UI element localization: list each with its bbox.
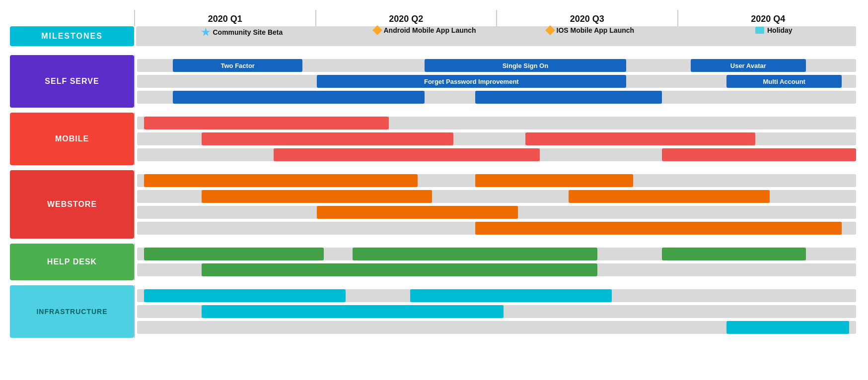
bar-webstore-1a [144, 174, 417, 187]
milestone-item-1: ★ Community Site Beta [201, 26, 283, 38]
bar-helpdesk-1b [353, 248, 597, 260]
group-mobile: MOBILE [10, 113, 858, 165]
label-helpdesk: HELP DESK [10, 244, 134, 280]
group-self-serve: SELF SERVE Two Factor Single Sign On Use… [10, 55, 858, 108]
bar-webstore-1b [475, 174, 634, 187]
track-webstore-2 [137, 190, 856, 203]
bar-forget-password: Forget Password Improvement [317, 75, 626, 88]
bar-mobile-3b [662, 148, 856, 161]
bar-helpdesk-1a [144, 248, 324, 260]
tracks-mobile [134, 113, 858, 165]
bar-mobile-2b [525, 132, 755, 145]
bar-webstore-4a [475, 222, 842, 235]
label-mobile: MOBILE [10, 113, 134, 165]
quarter-q2: 2020 Q2 [315, 10, 497, 26]
bar-infra-1b [410, 289, 611, 302]
tracks-infrastructure [134, 285, 858, 338]
bar-mobile-1a [144, 117, 388, 129]
milestone-item-2: Android Mobile App Launch [374, 26, 476, 34]
gantt-chart: 2020 Q1 2020 Q2 2020 Q3 2020 Q4 MILESTON… [10, 10, 858, 338]
label-infrastructure: INFRASTRUCTURE [10, 285, 134, 338]
bar-self-serve-3b [475, 91, 662, 104]
bar-webstore-3a [317, 206, 518, 219]
milestone-text-4: Holiday [767, 26, 793, 34]
bar-infra-3a [726, 321, 849, 334]
bar-infra-1a [144, 289, 345, 302]
bar-multi-account: Multi Account [726, 75, 842, 88]
bar-infra-2a [202, 305, 504, 318]
tracks-helpdesk [134, 244, 858, 280]
rect-icon [755, 27, 764, 34]
bar-mobile-3a [274, 148, 540, 161]
milestone-text-2: Android Mobile App Launch [384, 26, 476, 34]
milestone-text-1: Community Site Beta [213, 28, 283, 36]
track-webstore-4 [137, 222, 856, 235]
milestones-label: MILESTONES [10, 26, 134, 46]
milestone-item-4: Holiday [755, 26, 793, 34]
track-mobile-2 [137, 132, 856, 145]
track-helpdesk-2 [137, 263, 856, 276]
diamond-icon-1 [372, 25, 382, 35]
milestones-row: MILESTONES ★ Community Site Beta Android… [10, 26, 858, 46]
label-self-serve: SELF SERVE [10, 55, 134, 108]
milestone-item-3: IOS Mobile App Launch [547, 26, 635, 34]
group-webstore: WEBSTORE [10, 170, 858, 239]
bar-user-avatar: User Avatar [691, 59, 806, 72]
group-helpdesk: HELP DESK [10, 244, 858, 280]
bar-helpdesk-2a [202, 263, 597, 276]
label-webstore: WEBSTORE [10, 170, 134, 239]
track-mobile-3 [137, 148, 856, 161]
bar-two-factor: Two Factor [173, 59, 302, 72]
tracks-webstore [134, 170, 858, 239]
track-mobile-1 [137, 117, 856, 129]
track-infra-3 [137, 321, 856, 334]
track-self-serve-1: Two Factor Single Sign On User Avatar [137, 59, 856, 72]
track-helpdesk-1 [137, 248, 856, 260]
bar-single-sign-on: Single Sign On [425, 59, 626, 72]
track-infra-1 [137, 289, 856, 302]
quarter-q4: 2020 Q4 [677, 10, 859, 26]
track-webstore-1 [137, 174, 856, 187]
star-icon: ★ [201, 26, 210, 38]
bar-webstore-2b [569, 190, 770, 203]
track-self-serve-3 [137, 91, 856, 104]
milestone-text-3: IOS Mobile App Launch [557, 26, 635, 34]
track-infra-2 [137, 305, 856, 318]
group-infrastructure: INFRASTRUCTURE [10, 285, 858, 338]
diamond-icon-2 [545, 25, 555, 35]
track-self-serve-2: Forget Password Improvement Multi Accoun… [137, 75, 856, 88]
bar-self-serve-3a [173, 91, 425, 104]
bar-helpdesk-1c [662, 248, 806, 260]
quarter-q3: 2020 Q3 [496, 10, 677, 26]
tracks-self-serve: Two Factor Single Sign On User Avatar Fo… [134, 55, 858, 108]
bar-mobile-2a [202, 132, 453, 145]
track-webstore-3 [137, 206, 856, 219]
bar-webstore-2a [202, 190, 432, 203]
quarter-q1: 2020 Q1 [134, 10, 315, 26]
